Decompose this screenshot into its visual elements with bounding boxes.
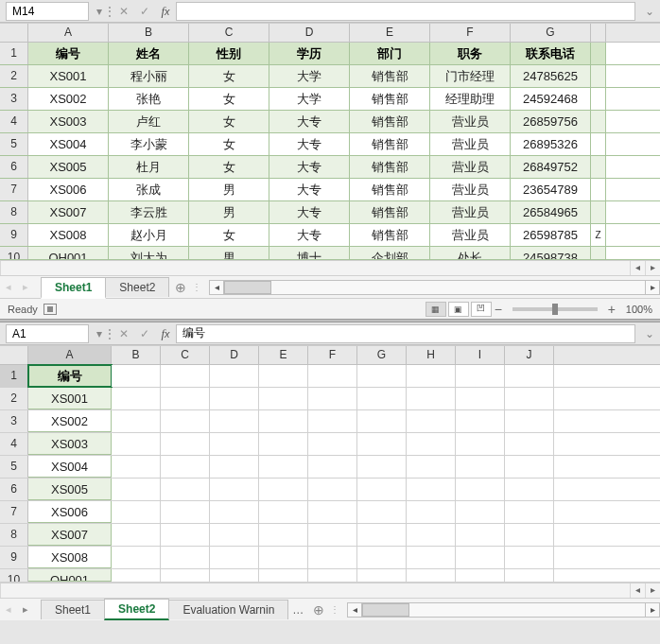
cell[interactable]: [591, 111, 606, 132]
cell[interactable]: [112, 433, 161, 455]
row-header[interactable]: 6: [0, 156, 28, 178]
cell[interactable]: XS007: [28, 524, 112, 546]
row-header[interactable]: 10: [0, 247, 28, 259]
table-header-cell[interactable]: 性别: [189, 43, 269, 64]
cell[interactable]: [112, 410, 161, 432]
cell[interactable]: [505, 501, 554, 523]
cell[interactable]: 门市经理: [430, 65, 511, 87]
cell[interactable]: [161, 501, 210, 523]
cell[interactable]: QH001: [28, 569, 112, 582]
accept-icon[interactable]: ✓: [134, 2, 155, 21]
cell[interactable]: [591, 65, 606, 87]
cell[interactable]: [456, 524, 505, 546]
cell[interactable]: [407, 365, 456, 387]
cell[interactable]: [112, 524, 161, 546]
cell[interactable]: [407, 388, 456, 409]
cell[interactable]: 赵小月: [109, 224, 189, 246]
view-page-break-icon[interactable]: 凹: [471, 302, 492, 317]
cell[interactable]: [259, 524, 308, 546]
cell[interactable]: 大专: [269, 179, 350, 200]
cell[interactable]: 程小丽: [109, 65, 189, 87]
cell[interactable]: 24592468: [511, 88, 591, 110]
cell[interactable]: XS005: [28, 156, 109, 178]
sheet-tab[interactable]: Sheet1: [41, 277, 106, 299]
table-header-cell[interactable]: 职务: [430, 43, 511, 64]
cell[interactable]: 男: [189, 247, 269, 259]
cell[interactable]: [591, 179, 606, 200]
row-header[interactable]: 8: [0, 201, 28, 223]
zoom-slider[interactable]: [512, 307, 598, 311]
col-header[interactable]: F: [308, 346, 357, 364]
cell[interactable]: XS007: [28, 201, 109, 223]
name-box-dropdown-icon[interactable]: ▾: [95, 327, 104, 340]
tab-nav-prev-icon[interactable]: ▸: [17, 603, 34, 616]
cell[interactable]: [259, 501, 308, 523]
row-header[interactable]: 4: [0, 433, 28, 455]
table-header-cell[interactable]: 联系电话: [511, 43, 591, 64]
col-header[interactable]: J: [505, 346, 554, 364]
cell[interactable]: [357, 501, 407, 523]
cell[interactable]: [456, 456, 505, 478]
macro-record-icon[interactable]: [43, 304, 57, 315]
spreadsheet-grid[interactable]: A B C D E F G H I J 1编号2XS0013XS0024XS00…: [0, 345, 660, 583]
name-box[interactable]: [6, 2, 89, 21]
cell[interactable]: [308, 388, 357, 409]
cell[interactable]: [210, 456, 259, 478]
row-header[interactable]: 3: [0, 410, 28, 432]
col-header[interactable]: D: [210, 346, 259, 364]
row-header[interactable]: 5: [0, 456, 28, 478]
cell[interactable]: [308, 479, 357, 500]
cell[interactable]: [308, 547, 357, 568]
col-header[interactable]: A: [28, 24, 109, 42]
view-page-layout-icon[interactable]: ▣: [448, 302, 469, 317]
hscroll-right-icon[interactable]: ▸: [645, 602, 660, 618]
cell[interactable]: [161, 433, 210, 455]
cell[interactable]: [112, 456, 161, 478]
cell[interactable]: 26598785: [511, 224, 591, 246]
cell[interactable]: 经理助理: [430, 88, 511, 110]
cell[interactable]: [357, 410, 407, 432]
cell[interactable]: [505, 365, 554, 387]
cell[interactable]: 张成: [109, 179, 189, 200]
cell[interactable]: [112, 547, 161, 568]
cell[interactable]: [505, 569, 554, 582]
cell[interactable]: [161, 547, 210, 568]
col-header[interactable]: G: [511, 24, 591, 42]
cell[interactable]: 营业员: [430, 224, 511, 246]
cell[interactable]: 李小蒙: [109, 133, 189, 155]
col-header[interactable]: [591, 24, 606, 42]
cell[interactable]: [357, 479, 407, 500]
cell[interactable]: [407, 433, 456, 455]
col-header[interactable]: H: [407, 346, 456, 364]
cell[interactable]: [259, 547, 308, 568]
view-normal-icon[interactable]: ▦: [426, 302, 446, 317]
cell[interactable]: [112, 501, 161, 523]
row-header[interactable]: 7: [0, 501, 28, 523]
cell[interactable]: [357, 456, 407, 478]
tab-nav-first-icon[interactable]: ◂: [0, 281, 17, 293]
col-header[interactable]: B: [109, 24, 189, 42]
cell[interactable]: 24598738: [511, 247, 591, 259]
cell[interactable]: 24785625: [511, 65, 591, 87]
cell[interactable]: [505, 479, 554, 500]
cell[interactable]: [407, 524, 456, 546]
cell[interactable]: [210, 501, 259, 523]
fx-icon[interactable]: fx: [155, 2, 176, 21]
cell[interactable]: [161, 365, 210, 387]
cell[interactable]: 女: [189, 88, 269, 110]
cell[interactable]: XS008: [28, 224, 109, 246]
sheet-tab[interactable]: Evaluation Warnin: [168, 600, 288, 619]
cell[interactable]: [112, 388, 161, 409]
row-header[interactable]: 1: [0, 43, 28, 64]
cell[interactable]: 销售部: [350, 179, 430, 200]
cell[interactable]: [112, 569, 161, 582]
cell[interactable]: [210, 410, 259, 432]
add-sheet-icon[interactable]: ⊕: [307, 602, 330, 618]
tab-split-grip[interactable]: ⋮: [330, 604, 336, 615]
cell[interactable]: [505, 547, 554, 568]
cell[interactable]: [407, 501, 456, 523]
col-header[interactable]: G: [357, 346, 407, 364]
cell[interactable]: 处长: [430, 247, 511, 259]
cell[interactable]: [591, 133, 606, 155]
hscroll-left-icon[interactable]: ◂: [209, 280, 224, 295]
